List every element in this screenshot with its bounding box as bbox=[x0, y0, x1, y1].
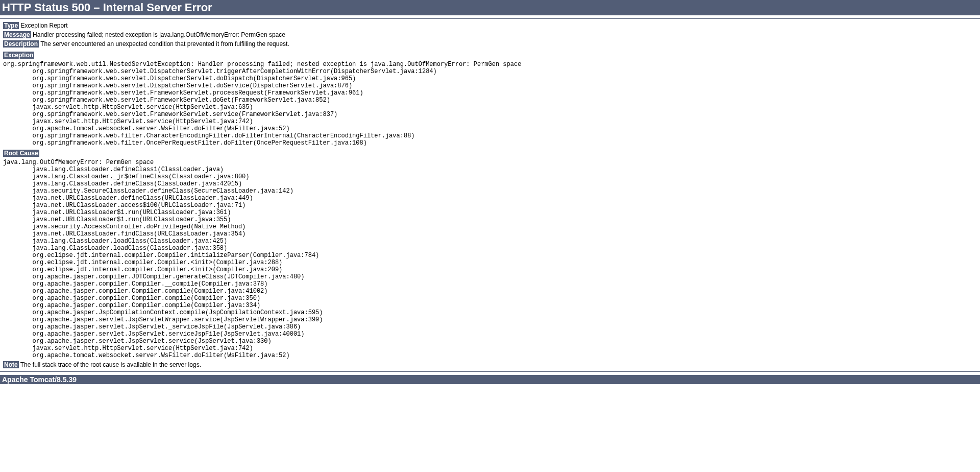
type-value: Exception Report bbox=[19, 22, 67, 29]
type-line: Type Exception Report bbox=[1, 22, 979, 29]
description-label: Description bbox=[3, 40, 39, 48]
exception-heading: Exception bbox=[3, 52, 34, 59]
description-value: The server encountered an unexpected con… bbox=[39, 40, 289, 48]
note-line: Note The full stack trace of the root ca… bbox=[1, 361, 979, 368]
root-cause-stacktrace: java.lang.OutOfMemoryError: PermGen spac… bbox=[1, 159, 979, 359]
divider-bottom bbox=[0, 371, 980, 372]
note-value: The full stack trace of the root cause i… bbox=[19, 361, 201, 368]
error-content: Type Exception Report Message Handler pr… bbox=[0, 22, 980, 368]
page-title: HTTP Status 500 – Internal Server Error bbox=[0, 0, 980, 15]
root-cause-heading: Root Cause bbox=[3, 150, 39, 157]
note-label: Note bbox=[3, 361, 19, 368]
divider-top bbox=[0, 18, 980, 19]
server-footer: Apache Tomcat/8.5.39 bbox=[0, 375, 980, 384]
message-value: Handler processing failed; nested except… bbox=[31, 31, 285, 38]
exception-stacktrace: org.springframework.web.util.NestedServl… bbox=[1, 61, 979, 147]
message-label: Message bbox=[3, 31, 31, 38]
description-line: Description The server encountered an un… bbox=[1, 40, 979, 48]
type-label: Type bbox=[3, 22, 19, 29]
message-line: Message Handler processing failed; neste… bbox=[1, 31, 979, 38]
